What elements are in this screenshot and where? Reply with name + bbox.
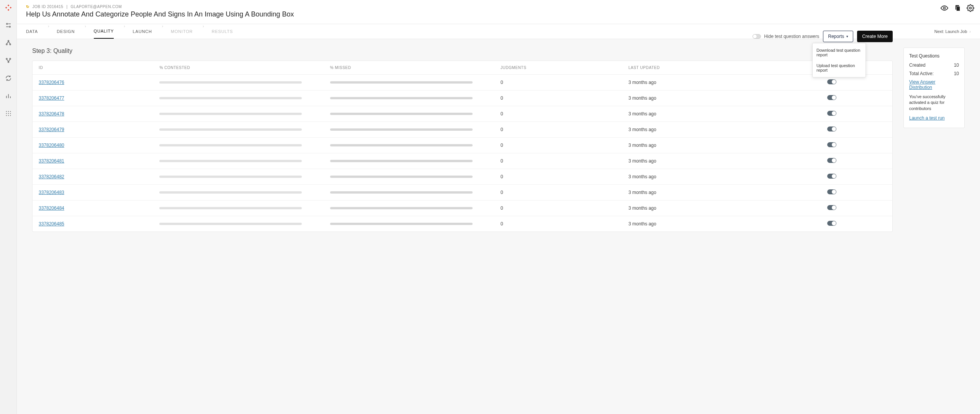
sidebar-grid-icon[interactable] xyxy=(5,110,12,117)
tab-design[interactable]: DESIGN xyxy=(57,24,75,39)
create-more-button[interactable]: Create More xyxy=(857,31,893,42)
row-id-link[interactable]: 3378206478 xyxy=(39,111,64,117)
missed-bar xyxy=(330,113,473,115)
reports-label: Reports xyxy=(828,34,844,39)
active-label: Total Active: xyxy=(909,71,934,76)
updated-value: 3 months ago xyxy=(622,153,772,169)
svg-point-22 xyxy=(8,111,8,112)
judgments-value: 0 xyxy=(494,153,622,169)
table-row: 337820647703 months ago xyxy=(33,90,892,106)
sidebar-tree-icon[interactable] xyxy=(5,39,12,47)
step-title: Step 3: Quality xyxy=(32,48,893,61)
svg-point-27 xyxy=(6,115,7,116)
svg-point-21 xyxy=(6,111,7,112)
svg-point-24 xyxy=(6,113,7,114)
svg-point-8 xyxy=(8,40,9,41)
sidebar-cycle-icon[interactable] xyxy=(5,74,12,82)
judgments-value: 0 xyxy=(494,185,622,200)
chevron-right-icon: › xyxy=(85,24,86,39)
download-report-item[interactable]: Download test question report xyxy=(813,45,865,60)
row-toggle[interactable] xyxy=(827,189,836,194)
chevron-down-icon: ▾ xyxy=(846,34,848,38)
svg-point-6 xyxy=(9,26,10,27)
row-id-link[interactable]: 3378206484 xyxy=(39,205,64,211)
sidebar-controls-icon[interactable] xyxy=(5,21,12,29)
preview-icon[interactable] xyxy=(940,4,949,12)
test-questions-table: ID % CONTESTED % MISSED JUDGMENTS LAST U… xyxy=(32,61,893,232)
svg-rect-1 xyxy=(5,7,7,9)
contested-bar xyxy=(159,128,302,131)
tab-quality[interactable]: QUALITY xyxy=(94,24,114,39)
row-toggle[interactable] xyxy=(827,221,836,226)
row-id-link[interactable]: 3378206481 xyxy=(39,158,64,164)
next-step-link[interactable]: Next: Launch Job › xyxy=(934,29,971,34)
settings-icon[interactable] xyxy=(966,4,975,12)
updated-value: 3 months ago xyxy=(622,90,772,106)
row-id-link[interactable]: 3378206483 xyxy=(39,190,64,195)
updated-value: 3 months ago xyxy=(622,106,772,122)
row-id-link[interactable]: 3378206480 xyxy=(39,143,64,148)
row-id-link[interactable]: 3378206482 xyxy=(39,174,64,179)
svg-line-16 xyxy=(7,59,8,61)
judgments-value: 0 xyxy=(494,216,622,232)
missed-bar xyxy=(330,176,473,178)
col-judgments[interactable]: JUDGMENTS xyxy=(494,61,622,75)
svg-point-10 xyxy=(10,44,11,45)
row-toggle[interactable] xyxy=(827,174,836,179)
sidebar-nodes-icon[interactable] xyxy=(5,57,12,64)
contested-bar xyxy=(159,113,302,115)
svg-point-30 xyxy=(944,7,946,9)
contested-bar xyxy=(159,144,302,146)
row-toggle[interactable] xyxy=(827,79,836,84)
meta-divider: | xyxy=(66,5,67,9)
table-toolbar: Hide test question answers Reports ▾ Cre… xyxy=(753,31,893,42)
col-id[interactable]: ID xyxy=(33,61,153,75)
updated-value: 3 months ago xyxy=(622,185,772,200)
hide-answers-label: Hide test question answers xyxy=(764,34,819,39)
row-id-link[interactable]: 3378206479 xyxy=(39,127,64,132)
col-updated[interactable]: LAST UPDATED xyxy=(622,61,772,75)
row-toggle[interactable] xyxy=(827,142,836,147)
tab-data[interactable]: DATA xyxy=(26,24,38,39)
judgments-value: 0 xyxy=(494,106,622,122)
row-toggle[interactable] xyxy=(827,205,836,210)
left-sidebar xyxy=(0,0,17,240)
missed-bar xyxy=(330,223,473,225)
header-actions xyxy=(940,4,975,12)
table-row: 337820647903 months ago xyxy=(33,122,892,138)
row-toggle[interactable] xyxy=(827,111,836,116)
chevron-right-icon: › xyxy=(48,24,49,39)
col-missed[interactable]: % MISSED xyxy=(324,61,494,75)
stat-active: Total Active: 10 xyxy=(909,71,959,76)
svg-point-14 xyxy=(6,58,7,59)
row-toggle[interactable] xyxy=(827,158,836,163)
row-id-link[interactable]: 3378206485 xyxy=(39,221,64,227)
svg-line-17 xyxy=(8,59,10,61)
col-contested[interactable]: % CONTESTED xyxy=(153,61,324,75)
updated-value: 3 months ago xyxy=(622,75,772,90)
copy-icon[interactable] xyxy=(953,4,962,12)
view-distribution-link[interactable]: View Answer Distribution xyxy=(909,79,959,90)
table-row: 337820648003 months ago xyxy=(33,138,892,153)
row-toggle[interactable] xyxy=(827,95,836,100)
hide-answers-toggle-wrap: Hide test question answers xyxy=(753,34,819,39)
row-id-link[interactable]: 3378206477 xyxy=(39,95,64,101)
row-id-link[interactable]: 3378206476 xyxy=(39,80,64,85)
svg-line-12 xyxy=(8,41,10,44)
upload-report-item[interactable]: Upload test question report xyxy=(813,60,865,76)
job-meta: ↻ JOB ID 2016415 | GLAPORTE@APPEN.COM xyxy=(26,5,971,9)
reports-button[interactable]: Reports ▾ xyxy=(823,31,853,42)
sidebar-chart-icon[interactable] xyxy=(5,92,12,100)
page-header: ↻ JOB ID 2016415 | GLAPORTE@APPEN.COM He… xyxy=(17,0,980,24)
tab-launch[interactable]: LAUNCH xyxy=(133,24,152,39)
launch-test-run-link[interactable]: Launch a test run xyxy=(909,115,945,121)
table-row: 337820648303 months ago xyxy=(33,185,892,200)
row-toggle[interactable] xyxy=(827,127,836,131)
create-more-label: Create More xyxy=(862,34,888,39)
svg-point-28 xyxy=(8,115,8,116)
refresh-icon[interactable]: ↻ xyxy=(26,5,29,9)
hide-answers-toggle[interactable] xyxy=(753,34,761,39)
chevron-right-icon: › xyxy=(162,24,163,39)
missed-bar xyxy=(330,97,473,99)
logo-icon[interactable] xyxy=(5,4,12,12)
